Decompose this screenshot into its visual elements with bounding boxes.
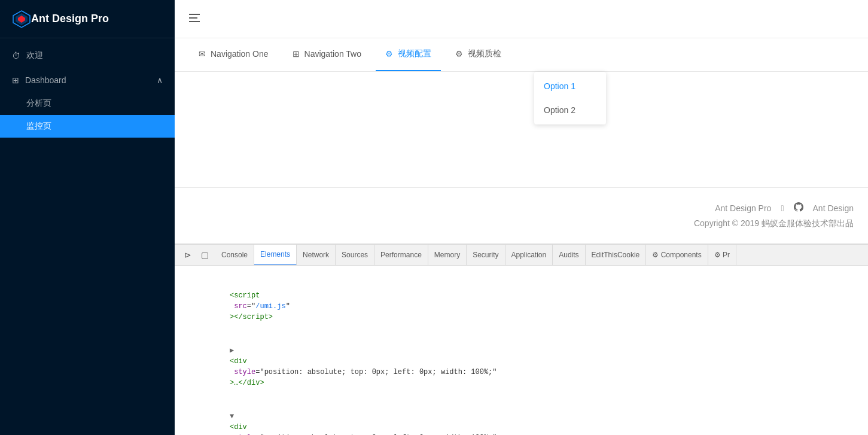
devtools-tab-components[interactable]: ⚙ Components bbox=[646, 245, 708, 266]
app-name: Ant Design Pro bbox=[31, 13, 109, 25]
tab-nav-one[interactable]: ✉ Navigation One bbox=[189, 38, 278, 71]
collapse-button[interactable] bbox=[184, 8, 205, 30]
dropdown-item-opt2[interactable]: Option 2 bbox=[534, 98, 606, 122]
dashboard-icon: ⊞ bbox=[12, 75, 19, 85]
clock-icon: ⏱ bbox=[12, 51, 20, 60]
devtools-tab-sources[interactable]: Sources bbox=[336, 245, 374, 266]
devtools-application-label: Application bbox=[511, 251, 547, 259]
devtools-tab-console[interactable]: Console bbox=[215, 245, 254, 266]
sidebar: Ant Design Pro ⏱ 欢迎 ⊞ Dashboard ∧ 分析页 bbox=[0, 0, 175, 435]
sidebar-analysis-label: 分析页 bbox=[26, 98, 51, 108]
expand-arrow-line2[interactable]: ▶ bbox=[230, 345, 237, 356]
svg-rect-4 bbox=[189, 17, 197, 19]
sidebar-group-dashboard: ⊞ Dashboard ∧ 分析页 监控页 bbox=[0, 68, 175, 138]
devtools-components-label: ⚙ Components bbox=[652, 251, 701, 259]
footer-copyright: Copyright © 2019 蚂蚁金服体验技术部出品 bbox=[189, 218, 854, 229]
sidebar-monitor-label: 监控页 bbox=[26, 121, 51, 130]
devtools-tab-elements[interactable]: Elements bbox=[254, 245, 297, 266]
devtools-content: <script src="/umi.js" ></script> ▶ <div … bbox=[175, 266, 868, 435]
sidebar-logo: Ant Design Pro bbox=[0, 0, 175, 38]
devtools-editcookie-label: EditThisCookie bbox=[592, 251, 640, 259]
tab-video-check-label: 视频质检 bbox=[468, 48, 501, 59]
mail-icon: ✉ bbox=[199, 49, 206, 59]
gear-icon-config: ⚙ bbox=[385, 49, 393, 59]
devtools-sources-label: Sources bbox=[342, 251, 368, 259]
tabs-bar: ✉ Navigation One ⊞ Navigation Two ⚙ 视频配置… bbox=[175, 38, 868, 72]
devtools-network-label: Network bbox=[303, 251, 329, 259]
main-content: ✉ Navigation One ⊞ Navigation Two ⚙ 视频配置… bbox=[175, 0, 868, 435]
expand-placeholder bbox=[230, 279, 237, 290]
devtools-tabs-bar: ⊳ ▢ Console Elements Network Sources Per… bbox=[175, 245, 868, 266]
devtools-tab-network[interactable]: Network bbox=[297, 245, 336, 266]
top-bar bbox=[175, 0, 868, 38]
tab-nav-two[interactable]: ⊞ Navigation Two bbox=[283, 38, 371, 71]
code-tag-script: <script bbox=[230, 291, 260, 300]
devtools-cursor-btn[interactable]: ⊳ bbox=[179, 247, 196, 263]
devtools-console-label: Console bbox=[221, 251, 248, 259]
svg-rect-3 bbox=[189, 14, 200, 15]
code-line-1: <script src="/umi.js" ></script> bbox=[175, 268, 868, 334]
code-line-3: ▼ <div style="position: absolute; top: 0… bbox=[175, 400, 868, 435]
dropdown-overlay: Option 1 Option 2 bbox=[534, 72, 606, 124]
devtools-inspect-btn[interactable]: ▢ bbox=[196, 247, 213, 263]
devtools-tab-pr[interactable]: ⚙ Pr bbox=[708, 245, 736, 266]
devtools-tab-memory[interactable]: Memory bbox=[428, 245, 467, 266]
app-logo-icon bbox=[12, 10, 31, 29]
tab-video-check[interactable]: ⚙ 视频质检 bbox=[446, 38, 511, 71]
devtools-tab-security[interactable]: Security bbox=[467, 245, 505, 266]
dropdown-opt1-label: Option 1 bbox=[544, 81, 575, 91]
devtools-audits-label: Audits bbox=[559, 251, 578, 259]
devtools-panel: ⊳ ▢ Console Elements Network Sources Per… bbox=[175, 244, 868, 435]
tab-video-config[interactable]: ⚙ 视频配置 bbox=[376, 38, 441, 71]
sidebar-dashboard-header[interactable]: ⊞ Dashboard ∧ bbox=[0, 68, 175, 92]
grid-icon: ⊞ bbox=[293, 49, 300, 59]
gear-icon-check: ⚙ bbox=[455, 49, 463, 59]
sidebar-item-welcome[interactable]: ⏱ 欢迎 bbox=[0, 43, 175, 68]
sidebar-item-welcome-label: 欢迎 bbox=[26, 50, 43, 61]
tab-video-config-label: 视频配置 bbox=[398, 48, 431, 59]
github-icon[interactable]:  bbox=[781, 203, 784, 213]
code-line-2: ▶ <div style="position: absolute; top: 0… bbox=[175, 334, 868, 400]
sidebar-item-analysis[interactable]: 分析页 bbox=[0, 92, 175, 115]
tab-nav-one-label: Navigation One bbox=[211, 49, 269, 59]
devtools-elements-label: Elements bbox=[260, 250, 290, 258]
dropdown-opt2-label: Option 2 bbox=[544, 105, 575, 115]
devtools-pr-label: ⚙ Pr bbox=[714, 251, 730, 259]
svg-rect-5 bbox=[189, 21, 200, 22]
devtools-left-buttons: ⊳ ▢ bbox=[177, 247, 215, 263]
footer-link-ad[interactable]: Ant Design bbox=[813, 203, 854, 213]
devtools-tab-editcookie[interactable]: EditThisCookie bbox=[586, 245, 647, 266]
footer-link-github bbox=[794, 202, 803, 214]
devtools-memory-label: Memory bbox=[434, 251, 460, 259]
sidebar-item-monitor[interactable]: 监控页 bbox=[0, 115, 175, 138]
chevron-up-icon: ∧ bbox=[157, 75, 163, 85]
tab-nav-two-label: Navigation Two bbox=[304, 49, 361, 59]
devtools-performance-label: Performance bbox=[380, 251, 422, 259]
footer: Ant Design Pro  Ant Design Copyright © … bbox=[175, 187, 868, 244]
dropdown-item-opt1[interactable]: Option 1 bbox=[534, 74, 606, 98]
sidebar-menu: ⏱ 欢迎 ⊞ Dashboard ∧ 分析页 监控页 bbox=[0, 38, 175, 435]
devtools-tab-performance[interactable]: Performance bbox=[374, 245, 428, 266]
devtools-security-label: Security bbox=[473, 251, 498, 259]
footer-links: Ant Design Pro  Ant Design bbox=[189, 202, 854, 214]
devtools-tab-application[interactable]: Application bbox=[505, 245, 553, 266]
page-area: ✉ Navigation One ⊞ Navigation Two ⚙ 视频配置… bbox=[175, 38, 868, 244]
footer-link-adp[interactable]: Ant Design Pro bbox=[715, 203, 771, 213]
devtools-tab-audits[interactable]: Audits bbox=[553, 245, 585, 266]
dropdown-menu: Option 1 Option 2 bbox=[534, 72, 606, 124]
sidebar-dashboard-label: Dashboard bbox=[25, 75, 66, 85]
expand-arrow-line3[interactable]: ▼ bbox=[230, 411, 237, 422]
